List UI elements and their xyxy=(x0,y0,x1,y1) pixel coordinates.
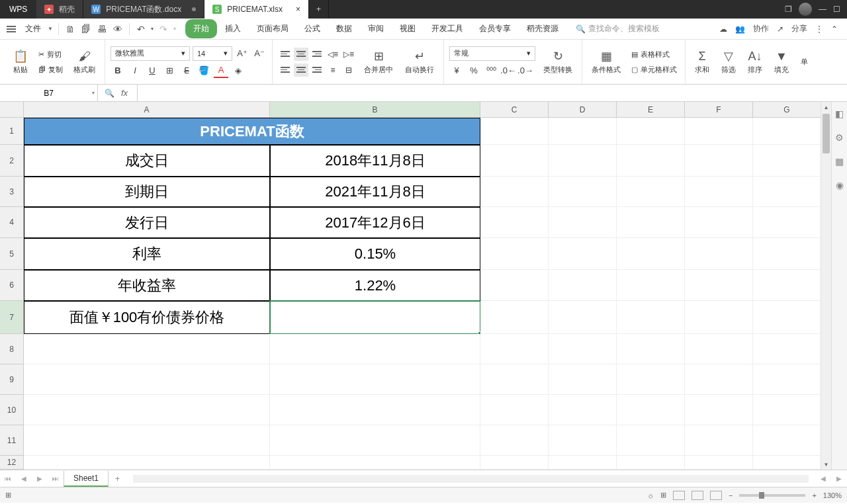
inc-decimal[interactable]: .0← xyxy=(501,63,515,78)
tab-daoke[interactable]: 稻壳资源 xyxy=(519,19,566,38)
sum-button[interactable]: Σ求和 xyxy=(691,46,713,77)
sidepanel-icon[interactable]: ◉ xyxy=(836,180,844,190)
window-icon[interactable]: ❐ xyxy=(785,5,792,14)
cell[interactable]: 成交日 xyxy=(24,145,270,177)
cell[interactable] xyxy=(549,334,617,364)
cell[interactable] xyxy=(685,456,753,470)
row-header-8[interactable]: 8 xyxy=(0,334,24,364)
sheet-nav-first[interactable]: ⏮ xyxy=(0,475,16,482)
select-all-corner[interactable] xyxy=(0,102,24,118)
comma-button[interactable]: ⁰⁰⁰ xyxy=(484,63,498,78)
row-header-11[interactable]: 11 xyxy=(0,425,24,456)
paste-button[interactable]: 📋 粘贴 xyxy=(9,46,32,77)
cell[interactable] xyxy=(685,301,753,334)
saveas-icon[interactable]: 🗐 xyxy=(80,23,92,35)
align-left[interactable] xyxy=(278,63,292,77)
fx-icon[interactable]: fx xyxy=(121,88,128,98)
avatar[interactable] xyxy=(799,3,812,16)
justify[interactable]: ≡ xyxy=(326,63,340,77)
cell[interactable] xyxy=(753,395,821,425)
hamburger-icon[interactable] xyxy=(4,23,19,35)
view-normal[interactable] xyxy=(673,491,685,500)
cell[interactable]: 面值￥100有价债券价格 xyxy=(24,301,270,334)
sheet-nav-last[interactable]: ⏭ xyxy=(48,475,64,482)
col-header-D[interactable]: D xyxy=(549,102,617,118)
cell[interactable] xyxy=(753,301,821,334)
tab-member[interactable]: 会员专享 xyxy=(471,19,519,38)
cell[interactable] xyxy=(549,238,617,270)
single-button[interactable]: 单 xyxy=(797,54,812,69)
sidepanel-icon[interactable]: ◧ xyxy=(835,108,844,119)
cell[interactable] xyxy=(480,301,549,334)
currency-button[interactable]: ¥ xyxy=(449,63,464,78)
cell[interactable] xyxy=(685,177,753,207)
tab-add[interactable]: + xyxy=(309,0,329,19)
cell[interactable] xyxy=(685,238,753,270)
row-header-10[interactable]: 10 xyxy=(0,395,24,425)
tab-review[interactable]: 审阅 xyxy=(360,19,392,38)
cell[interactable] xyxy=(480,118,549,145)
close-icon[interactable]: × xyxy=(296,5,300,14)
view-icon[interactable]: ⊞ xyxy=(660,491,666,499)
cell[interactable] xyxy=(617,395,685,425)
sidepanel-icon[interactable]: ▦ xyxy=(835,156,844,167)
cell[interactable] xyxy=(685,364,753,395)
status-icon[interactable]: ⊞ xyxy=(5,491,11,499)
horizontal-scrollbar[interactable] xyxy=(133,475,809,483)
name-box[interactable]: ▾ xyxy=(0,85,98,102)
expand-icon[interactable]: ⌃ xyxy=(831,24,838,34)
cell[interactable] xyxy=(480,177,549,207)
cell[interactable] xyxy=(617,270,685,301)
cloud-icon[interactable]: ☁ xyxy=(719,24,727,34)
type-convert[interactable]: ↻类型转换 xyxy=(539,46,576,77)
cell[interactable] xyxy=(549,177,617,207)
tab-formula[interactable]: 公式 xyxy=(296,19,328,38)
cell[interactable] xyxy=(617,425,685,456)
add-sheet-button[interactable]: + xyxy=(109,472,126,486)
font-size-select[interactable]: 14▾ xyxy=(193,46,232,61)
cut-button[interactable]: ✂剪切 xyxy=(36,48,66,61)
tab-start[interactable]: 开始 xyxy=(185,19,217,38)
cell[interactable] xyxy=(685,207,753,238)
minimize-icon[interactable]: — xyxy=(819,5,826,14)
chevron-down-icon[interactable]: ▾ xyxy=(151,26,154,32)
decrease-font-icon[interactable]: A⁻ xyxy=(252,46,267,61)
cell[interactable] xyxy=(270,395,480,425)
undo-icon[interactable]: ↶ xyxy=(135,23,147,35)
cell[interactable]: 发行日 xyxy=(24,207,270,238)
maximize-icon[interactable]: ☐ xyxy=(833,5,840,14)
cell[interactable] xyxy=(685,334,753,364)
align-middle[interactable] xyxy=(294,48,308,61)
share-icon[interactable]: ↗ xyxy=(777,24,783,34)
cell[interactable]: 0.15% xyxy=(270,238,480,270)
cell[interactable] xyxy=(617,145,685,177)
cell[interactable] xyxy=(24,395,270,425)
print-icon[interactable]: 🖶 xyxy=(96,23,108,35)
col-header-F[interactable]: F xyxy=(685,102,753,118)
scroll-right-icon[interactable]: ▶ xyxy=(831,475,847,482)
cell-style[interactable]: ▢单元格样式 xyxy=(629,63,680,76)
percent-button[interactable]: % xyxy=(467,63,481,78)
cell[interactable] xyxy=(480,334,549,364)
tab-data[interactable]: 数据 xyxy=(328,19,360,38)
clear-format-button[interactable]: ◈ xyxy=(231,63,245,78)
cell[interactable] xyxy=(480,207,549,238)
cell[interactable] xyxy=(617,456,685,470)
cell[interactable] xyxy=(24,334,270,364)
row-header-9[interactable]: 9 xyxy=(0,364,24,395)
cell[interactable] xyxy=(549,118,617,145)
col-header-G[interactable]: G xyxy=(753,102,821,118)
sheet-tab[interactable]: Sheet1 xyxy=(64,471,109,487)
cell[interactable] xyxy=(24,425,270,456)
read-mode-icon[interactable]: ☼ xyxy=(647,491,654,499)
row-header-1[interactable]: 1 xyxy=(0,118,24,145)
cell[interactable] xyxy=(270,334,480,364)
col-header-B[interactable]: B xyxy=(270,102,480,118)
zoom-in-icon[interactable]: + xyxy=(812,491,816,499)
formula-input[interactable] xyxy=(137,85,847,102)
cell[interactable]: 到期日 xyxy=(24,177,270,207)
col-header-C[interactable]: C xyxy=(480,102,549,118)
zoom-value[interactable]: 130% xyxy=(823,491,842,499)
vertical-scrollbar[interactable]: ▲ ▼ xyxy=(821,102,831,470)
cell[interactable] xyxy=(549,364,617,395)
